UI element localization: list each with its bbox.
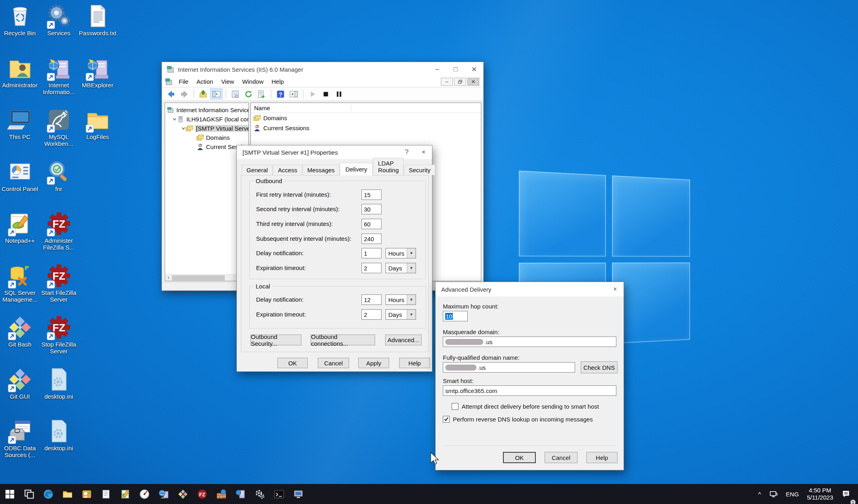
child-restore-button[interactable] [454, 78, 466, 86]
desktop-icon-administrator[interactable]: Administrator [1, 55, 39, 89]
dropdown-arrow-icon[interactable]: ▼ [407, 248, 416, 258]
close-button[interactable]: ✕ [465, 62, 483, 77]
desktop-icon-internet-informatio[interactable]: Internet Informatio... [40, 55, 78, 95]
pause-item-button[interactable] [333, 89, 345, 99]
show-console-tree-button[interactable] [210, 89, 222, 99]
properties-help-button[interactable]: Help [399, 358, 430, 368]
outbound-security-button[interactable]: Outbound Security... [250, 335, 301, 345]
scroll-left-arrow[interactable]: ‹ [165, 274, 172, 281]
dropdown-arrow-icon[interactable]: ▼ [407, 295, 416, 304]
menu-file[interactable]: File [175, 78, 192, 85]
taskbar-gauge-button[interactable] [135, 484, 154, 504]
menu-action[interactable]: Action [192, 78, 217, 85]
chevron-down-icon[interactable] [181, 126, 186, 131]
desktop-icon-administer-filezilla-s[interactable]: FZAdminister FileZilla S... [40, 211, 78, 251]
forward-button[interactable] [178, 89, 190, 99]
iis-titlebar[interactable]: Internet Information Services (IIS) 6.0 … [162, 62, 483, 77]
tree-item-domains[interactable]: Domains [165, 133, 248, 142]
desktop-icon-services[interactable]: Services [40, 3, 78, 36]
reverse-dns-checkbox[interactable] [443, 416, 450, 423]
local-input-0[interactable]: 12 [361, 294, 382, 305]
outbound-input-5[interactable]: 2 [361, 263, 382, 273]
local-unit-select-1[interactable]: Days▼ [386, 309, 416, 320]
desktop-icon-mysql-workben[interactable]: MySQL Workben... [40, 107, 78, 147]
list-item-domains[interactable]: Domains [251, 113, 481, 123]
taskbar-command-prompt-button[interactable] [269, 484, 289, 504]
taskbar-remote-desktop-button[interactable] [289, 484, 308, 504]
outbound-connections-button[interactable]: Outbound connections... [311, 335, 375, 345]
taskbar-server-tower-button[interactable] [231, 484, 250, 504]
desktop-icon-mbexplorer[interactable]: MBExplorer [79, 55, 117, 89]
taskbar-notepad-alt-button[interactable] [115, 484, 135, 504]
outbound-unit-select-5[interactable]: Days▼ [386, 263, 416, 273]
list-item-current-sessions[interactable]: Current Sessions [251, 123, 481, 133]
outbound-input-3[interactable]: 240 [361, 234, 382, 244]
taskbar-edge-button[interactable] [38, 484, 58, 504]
advanced-close-button[interactable]: × [607, 282, 624, 296]
advanced-cancel-button[interactable]: Cancel [545, 452, 577, 463]
language-indicator[interactable]: ENG [783, 484, 802, 504]
outbound-unit-select-4[interactable]: Hours▼ [386, 248, 416, 258]
max-hop-input[interactable]: 10 [443, 311, 468, 321]
smart-host-input[interactable]: smtp.office365.com [443, 385, 616, 396]
maximize-button[interactable]: □ [446, 62, 465, 77]
advanced-ok-button[interactable]: OK [503, 452, 536, 463]
tree-item-smtp-virtual-server[interactable]: [SMTP Virtual Server [165, 124, 248, 133]
dropdown-arrow-icon[interactable]: ▼ [407, 263, 416, 273]
notification-center-icon[interactable]: 1 [838, 484, 854, 504]
desktop-icon-control-panel[interactable]: Control Panel [1, 159, 39, 192]
outbound-input-4[interactable]: 1 [361, 248, 382, 258]
taskbar-notepad-button[interactable] [96, 484, 115, 504]
child-minimize-button[interactable]: – [441, 78, 453, 86]
taskbar-git-button[interactable] [173, 484, 192, 504]
chevron-down-icon[interactable] [172, 117, 177, 121]
taskbar-user-accounts-button[interactable] [77, 484, 96, 504]
outbound-input-1[interactable]: 30 [361, 204, 382, 214]
taskbar-firewall-button[interactable] [212, 484, 231, 504]
advanced-titlebar[interactable]: Advanced Delivery × [436, 282, 624, 296]
desktop-icon-start-filezilla-server[interactable]: FZStart FileZilla Server [40, 263, 78, 303]
desktop-icon-recycle-bin[interactable]: Recycle Bin [1, 3, 39, 36]
scrollbar-thumb[interactable] [172, 275, 225, 280]
masquerade-input[interactable]: .us [443, 337, 616, 347]
menu-help[interactable]: Help [267, 78, 288, 85]
tab-general[interactable]: General [242, 165, 273, 175]
fqdn-input[interactable]: .us [443, 362, 575, 373]
desktop-icon-logfiles[interactable]: LogFiles [79, 107, 117, 140]
help-button[interactable]: ? [275, 89, 287, 99]
tab-security[interactable]: Security [404, 165, 435, 175]
desktop-icon-git-gui[interactable]: Git GUI [1, 367, 39, 400]
hidden-icons-chevron[interactable]: ^ [755, 484, 764, 504]
desktop-icon-fnr[interactable]: fnr [40, 159, 78, 192]
properties-button[interactable] [229, 89, 241, 99]
network-icon[interactable] [766, 484, 781, 504]
tree-item-ilh91agksf-local-comp[interactable]: ILH91AGKSF (local comp [165, 115, 248, 124]
local-unit-select-0[interactable]: Hours▼ [386, 294, 416, 305]
outbound-input-0[interactable]: 15 [361, 190, 382, 200]
taskbar-file-explorer-button[interactable] [58, 484, 77, 504]
taskbar-filezilla-button[interactable]: FZ [192, 484, 212, 504]
desktop-icon-this-pc[interactable]: This PC [1, 107, 39, 140]
properties-apply-button[interactable]: Apply [358, 358, 389, 368]
tree-item-current-sessions[interactable]: Current Sessions [165, 142, 248, 151]
minimize-button[interactable]: – [428, 62, 446, 77]
export-list-button[interactable] [256, 89, 268, 99]
context-help-button[interactable]: ? [398, 145, 415, 159]
advanced-button[interactable]: Advanced... [385, 335, 422, 345]
taskbar-iis-manager-button[interactable] [154, 484, 173, 504]
start-item-button[interactable] [307, 89, 319, 99]
tab-delivery[interactable]: Delivery [340, 163, 373, 175]
taskbar-services-button[interactable] [250, 484, 269, 504]
desktop-icon-git-bash[interactable]: Git Bash [1, 314, 39, 348]
stop-item-button[interactable] [320, 89, 332, 99]
desktop-icon-desktop-ini[interactable]: desktop.ini [40, 367, 78, 400]
desktop-icon-odbc-data-sources[interactable]: ODBC Data Sources (... [1, 418, 39, 458]
up-one-level-button[interactable] [197, 89, 209, 99]
back-button[interactable] [165, 89, 177, 99]
show-action-pane-button[interactable] [288, 89, 300, 99]
child-close-button[interactable]: ✕ [467, 78, 479, 86]
properties-titlebar[interactable]: [SMTP Virtual Server #1] Properties ? × [237, 145, 432, 159]
desktop-icon-passwords-txt[interactable]: Passwords.txt [79, 3, 117, 36]
menu-window[interactable]: Window [238, 78, 267, 85]
refresh-button[interactable] [242, 89, 254, 99]
